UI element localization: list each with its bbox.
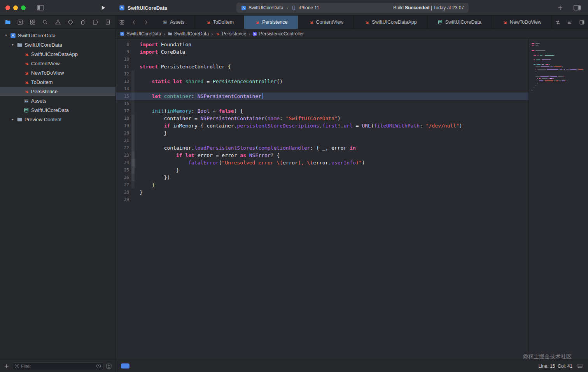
line-number[interactable]: 25 — [116, 166, 131, 174]
line-number[interactable]: 8 — [116, 41, 131, 48]
line-number[interactable]: 21 — [116, 137, 131, 144]
source-control-navigator-icon[interactable] — [17, 19, 23, 25]
breadcrumb-persistencecontroller[interactable]: SPersistenceController — [252, 31, 304, 37]
line-number[interactable]: 29 — [116, 196, 131, 203]
code-line[interactable]: 19 if inMemory { container.persistentSto… — [116, 122, 528, 129]
code-line[interactable]: 8import Foundation — [116, 41, 528, 48]
line-number[interactable]: 24 — [116, 159, 131, 166]
tab-contentview[interactable]: ContentView — [298, 16, 354, 29]
breadcrumb-swiftuicoredata[interactable]: SwiftUICoreData — [120, 31, 161, 37]
editor-options-icon[interactable] — [564, 16, 576, 29]
line-number[interactable]: 18 — [116, 115, 131, 122]
project-navigator-icon[interactable] — [5, 19, 11, 25]
code-line[interactable]: 9import CoreData — [116, 48, 528, 56]
line-number[interactable]: 9 — [116, 48, 131, 56]
code-line[interactable]: 14 — [116, 85, 528, 93]
sidebar-item-assets[interactable]: Assets — [0, 96, 116, 105]
library-button[interactable] — [557, 5, 563, 10]
scope-filter-icon[interactable] — [106, 363, 112, 369]
run-destination[interactable]: iPhone 11 — [299, 5, 319, 10]
tab-swiftuicoredata[interactable]: SwiftUICoreData — [427, 16, 492, 29]
code-line[interactable]: 13 static let shared = PersistenceContro… — [116, 78, 528, 85]
code-line[interactable]: 21 — [116, 137, 528, 144]
code-line[interactable]: 12 — [116, 70, 528, 78]
code-line[interactable]: 15 let container: NSPersistentContainer — [116, 93, 528, 100]
sidebar-item-todoitem[interactable]: ToDoItem — [0, 77, 116, 87]
code-line[interactable]: 23 if let error = error as NSError? { — [116, 152, 528, 159]
issue-navigator-icon[interactable] — [55, 19, 61, 25]
code-line[interactable]: 11struct PersistenceController { — [116, 63, 528, 70]
symbol-navigator-icon[interactable] — [30, 19, 36, 25]
sidebar-item-contentview[interactable]: ContentView — [0, 59, 116, 68]
line-number[interactable]: 17 — [116, 107, 131, 115]
code-line[interactable]: 29 — [116, 196, 528, 203]
chevron-right-icon[interactable]: ▸ — [10, 117, 15, 121]
line-number[interactable]: 27 — [116, 181, 131, 189]
chevron-down-icon[interactable]: ▾ — [10, 43, 15, 47]
filter-input[interactable] — [21, 364, 94, 369]
code-line[interactable]: 26 }) — [116, 174, 528, 181]
report-navigator-icon[interactable] — [105, 19, 111, 25]
tab-newtodoview[interactable]: NewToDoView — [492, 16, 552, 29]
sidebar-item-swiftuicoredataapp[interactable]: SwiftUICoreDataApp — [0, 49, 116, 59]
line-number[interactable]: 19 — [116, 122, 131, 129]
line-number[interactable]: 14 — [116, 85, 131, 93]
add-item-button[interactable] — [4, 363, 9, 369]
related-items-icon[interactable] — [116, 16, 128, 29]
line-number[interactable]: 11 — [116, 63, 131, 70]
code-review-icon[interactable] — [552, 16, 564, 29]
recent-files-icon[interactable] — [96, 363, 101, 369]
sidebar-item-preview-content[interactable]: ▸Preview Content — [0, 115, 116, 124]
chevron-down-icon[interactable]: ▾ — [4, 33, 8, 37]
forward-button[interactable] — [140, 16, 152, 29]
line-number[interactable]: 16 — [116, 100, 131, 107]
close-window-button[interactable] — [5, 5, 10, 10]
line-number[interactable]: 12 — [116, 70, 131, 78]
debug-navigator-icon[interactable] — [80, 19, 86, 25]
line-number[interactable]: 20 — [116, 129, 131, 137]
code-line[interactable]: 17 init(inMemory: Bool = false) { — [116, 107, 528, 115]
tab-todoitem[interactable]: ToDoItem — [195, 16, 245, 29]
sidebar-item-persistence[interactable]: Persistence — [0, 87, 116, 96]
code-line[interactable]: 10 — [116, 56, 528, 63]
minimap[interactable] — [528, 39, 588, 360]
scheme-selector[interactable]: SwiftUICoreData › iPhone 11 — [241, 5, 319, 11]
toggle-inspector-icon[interactable] — [573, 5, 581, 11]
back-button[interactable] — [128, 16, 140, 29]
code-line[interactable]: 16 — [116, 100, 528, 107]
tab-swiftuicoredataapp[interactable]: SwiftUICoreDataApp — [354, 16, 427, 29]
toggle-navigator-icon[interactable] — [37, 5, 44, 11]
sidebar-item-swiftuicoredata[interactable]: ▾SwiftUICoreData — [0, 31, 116, 40]
code-line[interactable]: 27 } — [116, 181, 528, 189]
add-editor-icon[interactable] — [576, 16, 588, 29]
minimize-window-button[interactable] — [13, 5, 18, 10]
line-number[interactable]: 22 — [116, 144, 131, 152]
line-number[interactable]: 28 — [116, 189, 131, 196]
tab-persistence[interactable]: Persistence — [244, 16, 298, 29]
line-number[interactable]: 13 — [116, 78, 131, 85]
zoom-window-button[interactable] — [21, 5, 26, 10]
breakpoint-indicator[interactable] — [121, 363, 130, 369]
code-line[interactable]: 20 } — [116, 129, 528, 137]
breadcrumb-swiftuicoredata[interactable]: SwiftUICoreData — [168, 31, 209, 37]
source-editor[interactable]: 8import Foundation9import CoreData1011st… — [116, 39, 588, 360]
code-line[interactable]: 18 container = NSPersistentContainer(nam… — [116, 115, 528, 122]
breadcrumb-persistence[interactable]: Persistence — [215, 31, 246, 37]
code-line[interactable]: 24 fatalError("Unresolved error \(error)… — [116, 159, 528, 166]
sidebar-item-swiftuicoredata[interactable]: SwiftUICoreData — [0, 105, 116, 115]
debug-area-toggle-icon[interactable] — [577, 363, 583, 369]
line-number[interactable]: 23 — [116, 152, 131, 159]
test-navigator-icon[interactable] — [67, 19, 74, 25]
filter-field[interactable] — [12, 362, 103, 370]
sidebar-item-swiftuicoredata[interactable]: ▾SwiftUICoreData — [0, 40, 116, 49]
tab-assets[interactable]: Assets — [152, 16, 195, 29]
code-line[interactable]: 25 } — [116, 166, 528, 174]
code-line[interactable]: 22 container.loadPersistentStores(comple… — [116, 144, 528, 152]
code-line[interactable]: 28} — [116, 189, 528, 196]
sidebar-item-newtodoview[interactable]: NewToDoView — [0, 68, 116, 77]
find-navigator-icon[interactable] — [42, 19, 48, 25]
line-number[interactable]: 10 — [116, 56, 131, 63]
line-number[interactable]: 15 — [116, 93, 131, 100]
run-button[interactable] — [100, 5, 106, 10]
breakpoint-navigator-icon[interactable] — [92, 19, 98, 25]
